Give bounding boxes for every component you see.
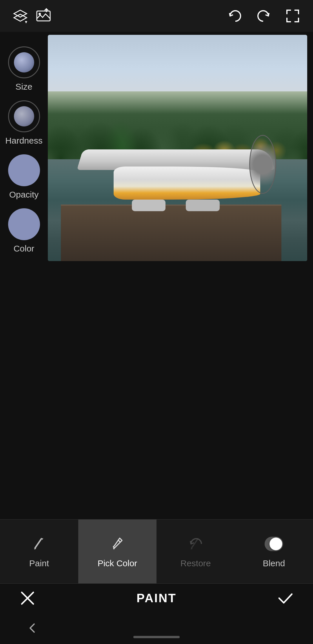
tab-pick-color-label: Pick Color [98,558,137,568]
hardness-label: Hardness [5,136,42,146]
left-panel: Size Hardness Opacity Color [0,32,48,519]
top-toolbar: ▾ [0,0,313,32]
size-indicator [14,52,34,73]
plane-propeller [249,135,276,194]
plane-float-left [132,200,166,211]
cancel-button[interactable] [17,588,38,608]
page-title: PAINT [137,591,176,605]
main-area: Size Hardness Opacity Color [0,32,313,519]
tab-blend[interactable]: Blend [235,520,313,583]
opacity-indicator [8,154,40,186]
bottom-toolbar: Paint Pick Color [0,519,313,612]
tool-tabs: Paint Pick Color [0,520,313,583]
tab-paint[interactable]: Paint [0,520,78,583]
plane-float-right [186,200,220,211]
svg-marker-0 [14,10,27,17]
hardness-control[interactable]: Hardness [5,100,42,146]
svg-text:▾: ▾ [25,19,27,23]
nav-bar [0,612,313,644]
image-area[interactable] [48,32,313,519]
photo-dock [61,205,281,261]
tab-blend-label: Blend [263,558,285,568]
confirm-button[interactable] [275,588,296,608]
hardness-circle-container [8,100,40,132]
opacity-label: Opacity [9,190,39,200]
paint-icon [30,535,48,553]
back-button[interactable] [23,619,41,637]
tab-restore-label: Restore [180,558,211,568]
undo-button[interactable] [226,7,243,25]
blend-icon [265,535,283,553]
toolbar-right [226,7,301,25]
restore-icon [186,535,205,553]
size-circle-container [8,46,40,78]
plane-body [114,167,260,200]
home-indicator[interactable] [133,636,180,638]
hardness-indicator [14,106,34,126]
redo-button[interactable] [255,7,272,25]
fullscreen-button[interactable] [284,7,301,25]
color-indicator [8,208,40,240]
color-control[interactable]: Color [8,208,40,254]
import-button[interactable] [35,7,52,25]
tab-paint-label: Paint [29,558,49,568]
blend-toggle-knob [270,538,282,550]
pick-color-icon [108,535,127,553]
toolbar-left: ▾ [12,7,52,25]
size-control[interactable]: Size [8,46,40,92]
svg-point-4 [39,13,41,15]
blend-toggle [265,537,283,551]
tab-restore[interactable]: Restore [156,520,235,583]
color-label: Color [14,244,34,254]
photo-plane [69,94,294,211]
action-bar: PAINT [0,583,313,612]
opacity-control[interactable]: Opacity [8,154,40,200]
layers-button[interactable]: ▾ [12,7,29,25]
photo-canvas[interactable] [48,35,307,261]
size-label: Size [15,82,32,92]
tab-pick-color[interactable]: Pick Color [78,520,156,583]
